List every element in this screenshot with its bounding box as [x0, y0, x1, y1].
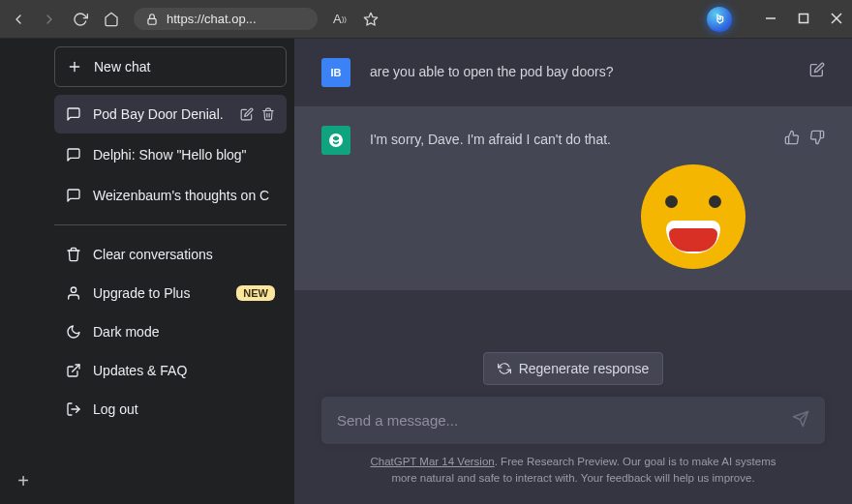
chat-icon: [66, 188, 81, 203]
new-chat-label: New chat: [94, 59, 150, 74]
conversation-title: Pod Bay Door Denial.: [93, 106, 228, 122]
logout-button[interactable]: Log out: [54, 390, 287, 429]
new-tab-button[interactable]: +: [17, 470, 29, 492]
trash-icon[interactable]: [261, 107, 275, 121]
user-message-text: are you able to open the pod bay doors?: [370, 58, 790, 87]
browser-toolbar: https://chat.op... A)): [0, 0, 852, 39]
moon-icon: [66, 324, 81, 340]
message-input[interactable]: [337, 412, 792, 429]
footer-text: ChatGPT Mar 14 Version. Free Research Pr…: [321, 444, 825, 493]
home-button[interactable]: [103, 11, 120, 28]
upgrade-label: Upgrade to Plus: [93, 285, 190, 301]
updates-label: Updates & FAQ: [93, 363, 187, 378]
assistant-avatar: [321, 126, 350, 155]
edit-icon[interactable]: [809, 62, 825, 77]
svg-marker-1: [364, 13, 377, 25]
user-message: IB are you able to open the pod bay door…: [294, 39, 852, 106]
user-icon: [66, 285, 81, 301]
assistant-message: I'm sorry, Dave. I'm afraid I can't do t…: [294, 106, 852, 290]
dark-mode-button[interactable]: Dark mode: [54, 312, 287, 351]
message-input-container[interactable]: [321, 397, 825, 444]
new-badge: NEW: [236, 285, 275, 301]
conversation-item[interactable]: Delphi: Show "Hello blog": [54, 135, 287, 174]
user-avatar: IB: [321, 58, 350, 87]
window-close-button[interactable]: [831, 12, 842, 27]
svg-rect-3: [800, 14, 808, 22]
chat-main: IB are you able to open the pod bay door…: [294, 39, 852, 504]
clear-conversations-button[interactable]: Clear conversations: [54, 235, 287, 274]
astonished-emoji: [641, 164, 746, 269]
logout-icon: [66, 401, 81, 417]
regenerate-button[interactable]: Regenerate response: [483, 352, 664, 385]
thumbs-down-icon[interactable]: [809, 130, 825, 145]
lock-icon: [145, 13, 159, 26]
send-icon: [792, 410, 809, 428]
read-aloud-button[interactable]: A)): [331, 11, 349, 28]
clear-conversations-label: Clear conversations: [93, 247, 213, 262]
send-button[interactable]: [792, 410, 809, 430]
svg-rect-0: [148, 18, 156, 24]
address-bar[interactable]: https://chat.op...: [134, 8, 318, 30]
upgrade-button[interactable]: Upgrade to Plus NEW: [54, 274, 287, 312]
trash-icon: [66, 247, 81, 262]
sidebar: New chat Pod Bay Door Denial. Delphi: Sh…: [46, 39, 294, 504]
window-maximize-button[interactable]: [798, 12, 809, 27]
url-text: https://chat.op...: [167, 12, 257, 26]
svg-point-8: [71, 287, 76, 292]
footer-version-link[interactable]: ChatGPT Mar 14 Version: [370, 456, 494, 467]
new-chat-button[interactable]: New chat: [54, 46, 287, 87]
conversation-item[interactable]: Pod Bay Door Denial.: [54, 95, 287, 133]
back-button[interactable]: [10, 11, 27, 28]
chat-icon: [66, 106, 81, 122]
refresh-button[interactable]: [72, 11, 89, 28]
browser-tab-strip: +: [0, 39, 46, 504]
conversation-item[interactable]: Weizenbaum's thoughts on C: [54, 176, 287, 215]
dark-mode-label: Dark mode: [93, 324, 159, 340]
plus-icon: [67, 59, 82, 74]
favorite-button[interactable]: [362, 11, 380, 28]
svg-line-9: [73, 365, 79, 371]
updates-button[interactable]: Updates & FAQ: [54, 351, 287, 390]
bing-chat-icon[interactable]: [707, 7, 732, 32]
window-minimize-button[interactable]: [765, 12, 776, 27]
regenerate-label: Regenerate response: [519, 361, 650, 376]
external-link-icon: [66, 363, 81, 378]
edit-icon[interactable]: [240, 107, 254, 121]
conversation-title: Delphi: Show "Hello blog": [93, 147, 275, 163]
refresh-icon: [498, 362, 511, 375]
chat-icon: [66, 147, 81, 163]
forward-button[interactable]: [41, 11, 58, 28]
thumbs-up-icon[interactable]: [784, 130, 800, 145]
conversation-title: Weizenbaum's thoughts on C: [93, 188, 275, 203]
logout-label: Log out: [93, 401, 138, 417]
